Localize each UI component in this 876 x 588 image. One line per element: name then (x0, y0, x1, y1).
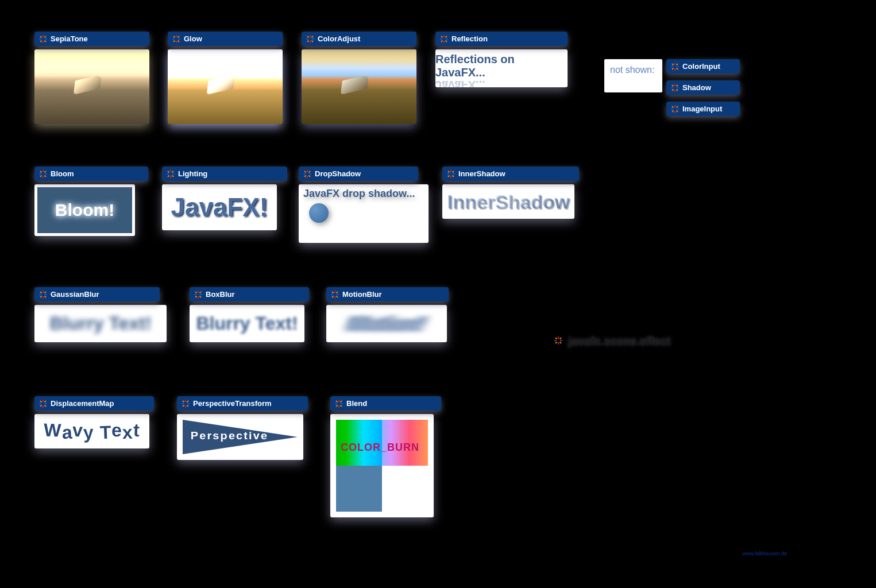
title-blend: Blend (346, 399, 367, 408)
title-boxblur: BoxBlur (206, 290, 235, 299)
spark-icon (671, 63, 679, 71)
title-displacement: DisplacementMap (51, 399, 114, 408)
card-lighting: Lighting JavaFX! (162, 167, 287, 230)
title-bloom: Bloom (51, 169, 74, 178)
title-imageinput: ImageInput (682, 105, 722, 113)
header-sepiatone: SepiaTone (34, 32, 149, 46)
card-sepiatone: SepiaTone (34, 32, 149, 124)
package-text: javafx.scene.effect (568, 335, 670, 348)
card-innershadow: InnerShadow InnerShadow (442, 167, 579, 219)
spark-icon (671, 84, 679, 92)
header-coloradjust: ColorAdjust (302, 32, 416, 46)
title-perspective: PerspectiveTransform (193, 399, 272, 408)
demo-lighting: JavaFX! (162, 184, 277, 230)
demo-bloom: Bloom! (37, 187, 132, 233)
title-innershadow: InnerShadow (458, 169, 505, 178)
demo-coloradjust (302, 49, 416, 124)
header-motionblur: MotionBlur (326, 287, 449, 301)
reflection-text: Reflections on JavaFX... (435, 53, 568, 79)
title-sepiatone: SepiaTone (51, 34, 88, 43)
spark-icon (39, 35, 47, 43)
header-bloom: Bloom (34, 167, 148, 181)
blend-square (336, 466, 382, 512)
card-dropshadow: DropShadow JavaFX drop shadow... (299, 167, 429, 243)
card-motionblur: MotionBlur Motion! (326, 287, 449, 342)
card-glow: Glow (168, 32, 283, 124)
card-displacement: DisplacementMap Wavy Text (34, 396, 154, 448)
title-gaussianblur: GaussianBlur (51, 290, 99, 299)
demo-dropshadow: JavaFX drop shadow... (299, 184, 429, 243)
demo-boxblur: Blurry Text! (190, 305, 304, 342)
card-coloradjust: ColorAdjust (302, 32, 416, 124)
spark-icon (39, 291, 47, 299)
spark-icon (182, 400, 190, 408)
spark-icon (306, 35, 314, 43)
card-blend: Blend COLOR_BURN (330, 396, 441, 517)
title-coloradjust: ColorAdjust (318, 34, 360, 43)
header-imageinput: ImageInput (666, 102, 740, 116)
header-dropshadow: DropShadow (299, 167, 418, 181)
spark-icon (172, 35, 180, 43)
header-glow: Glow (168, 32, 283, 46)
title-reflection: Reflection (451, 34, 488, 43)
wavy-text: Wavy Text (44, 421, 140, 442)
innershadow-text: InnerShadow (447, 191, 569, 213)
title-shadow: Shadow (682, 83, 711, 92)
package-label: javafx.scene.effect (554, 335, 670, 348)
demo-sepiatone (34, 49, 149, 124)
perspective-text: Perspective (191, 430, 268, 442)
card-reflection: Reflection Reflections on JavaFX... Refl… (435, 32, 568, 87)
title-motionblur: MotionBlur (342, 290, 382, 299)
demo-glow (168, 49, 283, 124)
title-glow: Glow (184, 34, 202, 43)
demo-bloom-wrap: Bloom! (34, 184, 135, 236)
card-gaussianblur: GaussianBlur Blurry Text! (34, 287, 167, 342)
header-perspective: PerspectiveTransform (177, 396, 308, 411)
spark-icon (39, 170, 47, 178)
header-shadow: Shadow (666, 80, 740, 95)
dropshadow-text: JavaFX drop shadow... (303, 188, 424, 200)
card-bloom: Bloom Bloom! (34, 167, 148, 236)
demo-reflection: Reflections on JavaFX... Reflections on … (435, 49, 568, 87)
notshown-label: not shown: (610, 65, 654, 75)
header-reflection: Reflection (435, 32, 568, 46)
demo-blend: COLOR_BURN (330, 414, 434, 517)
boxblur-text: Blurry Text! (196, 313, 298, 334)
demo-innershadow: InnerShadow (442, 184, 574, 219)
title-lighting: Lighting (178, 169, 207, 178)
header-gaussianblur: GaussianBlur (34, 287, 160, 301)
title-dropshadow: DropShadow (315, 169, 361, 178)
demo-gaussianblur: Blurry Text! (34, 305, 167, 342)
footer-link[interactable]: www.falkhausen.de (742, 551, 787, 556)
spark-icon (303, 170, 311, 178)
header-boxblur: BoxBlur (190, 287, 309, 301)
spark-icon (39, 400, 47, 408)
header-blend: Blend (330, 396, 441, 411)
card-boxblur: BoxBlur Blurry Text! (190, 287, 309, 342)
demo-perspective: Perspective (177, 414, 303, 460)
spark-icon (331, 291, 339, 299)
header-innershadow: InnerShadow (442, 167, 579, 181)
header-displacement: DisplacementMap (34, 396, 154, 411)
gaussianblur-text: Blurry Text! (49, 313, 151, 334)
title-colorinput: ColorInput (682, 62, 720, 71)
notshown-box: not shown: (604, 59, 662, 92)
demo-displacement: Wavy Text (34, 414, 149, 448)
spark-icon (671, 105, 679, 113)
spark-icon (167, 170, 175, 178)
header-lighting: Lighting (162, 167, 287, 181)
demo-motionblur: Motion! (326, 305, 447, 342)
motionblur-text: Motion! (347, 312, 427, 336)
spark-icon (335, 400, 343, 408)
spark-icon (440, 35, 448, 43)
spark-icon (554, 336, 565, 347)
blend-square (382, 466, 428, 512)
blend-text: COLOR_BURN (341, 442, 419, 454)
spark-icon (447, 170, 455, 178)
header-colorinput: ColorInput (666, 59, 740, 74)
card-perspective: PerspectiveTransform Perspective (177, 396, 308, 460)
reflection-mirror: Reflections on JavaFX... (435, 78, 568, 87)
spark-icon (194, 291, 202, 299)
dropshadow-circle (309, 203, 329, 223)
